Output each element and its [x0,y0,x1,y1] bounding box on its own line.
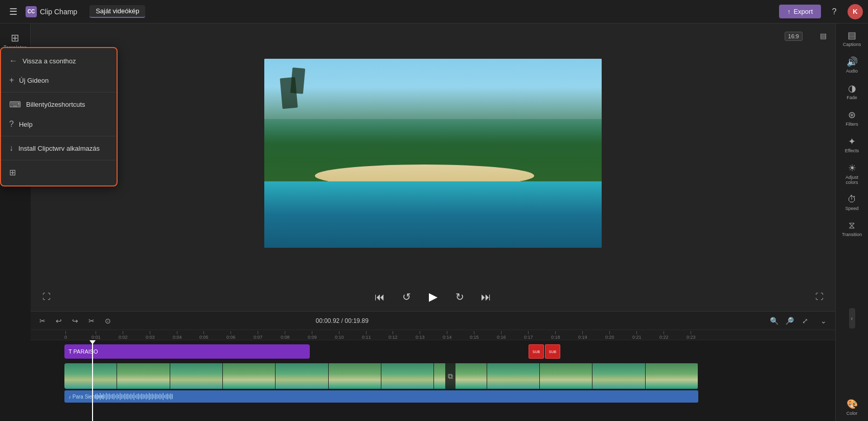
undo-icon: ↩ [56,317,62,325]
dropdown-install[interactable]: ↓ Install Clipctwrv alkalmazás [1,138,117,158]
sidebar-item-speed[interactable]: ⏱ Speed [837,190,867,215]
aspect-ratio-button[interactable]: 16:9 [785,32,803,41]
waveform-bar [152,393,153,400]
zoom-in-button[interactable]: 🔎 [783,314,796,328]
step-back-button[interactable]: ↺ [397,288,416,306]
avatar-button[interactable]: K [848,4,863,19]
video-thumb-8 [434,363,487,389]
waveform-bar [150,394,151,399]
play-button[interactable]: ▶ [424,288,442,306]
redo-button[interactable]: ↪ [68,314,82,328]
ruler-mark: 0:01 [92,331,101,340]
subtitle-clip-label: SUB [549,350,556,354]
subtitle-clip-2[interactable]: SUB [545,344,560,359]
zoom-out-icon: 🔍 [770,317,779,325]
filters-label: Filters [846,122,858,127]
waveform-bar [126,394,127,399]
save-button[interactable]: ⊙ [101,314,115,328]
cut-marker: ⧉ [445,363,455,389]
topbar-left: ☰ CC Clip Champ Saját videókép [5,4,145,20]
video-thumb-2 [117,363,170,389]
adjust-colors-icon: ☀ [848,162,856,174]
ruler-mark: 0:21 [632,331,642,340]
dropdown-divider [1,92,117,92]
video-thumb-9 [487,363,540,389]
audio-clip[interactable]: ♪ Para Siempre [64,390,698,403]
fullscreen-icon: ⛶ [815,292,824,301]
video-content [264,59,602,248]
waveform-bar [172,394,173,399]
save-icon: ⊙ [105,317,111,325]
captions-icon: ▤ [848,30,856,41]
redo-icon: ↪ [72,317,78,325]
dropdown-shortcuts-label: Billentyűzeshortcuts [26,101,85,108]
step-forward-icon: ↻ [455,291,464,303]
dropdown-new[interactable]: + Új Gideon [1,71,117,90]
ruler-mark: 0:05 [199,331,209,340]
waveform-bar [140,394,141,399]
speed-label: Speed [845,206,858,211]
dropdown-shortcuts[interactable]: ⌨ Billentyűzeshortcuts [1,95,117,114]
ruler-mark: 0:03 [146,331,155,340]
skip-forward-button[interactable]: ⏭ [477,288,495,306]
waveform-bar [158,394,159,398]
timeline-collapse-button[interactable]: ⌄ [817,314,830,328]
water-layer [264,181,602,248]
crop-button[interactable]: ⛶ [39,289,54,305]
panel-collapse-handle[interactable]: ‹ [849,308,855,329]
topbar: ☰ CC Clip Champ Saját videókép ↑ Export … [0,0,868,24]
fullscreen-button[interactable]: ⛶ [812,289,827,305]
step-forward-button[interactable]: ↻ [450,288,469,306]
cut-button[interactable]: ✂ [85,314,98,328]
menu-button[interactable]: ☰ [5,4,21,20]
dropdown-help[interactable]: ? Help [1,114,117,134]
scissors-button[interactable]: ✂ [36,314,49,328]
waveform-bar [95,394,96,399]
sidebar-item-filters[interactable]: ⊛ Filters [837,105,867,131]
speed-icon: ⏱ [848,194,857,205]
waveform-bar [136,394,138,399]
sidebar-item-transition[interactable]: ⧖ Transition [837,216,867,241]
color-icon: 🎨 [847,399,858,410]
timeline-ruler: 0 0:01 0:02 0:03 0:04 0:05 0:06 0:07 0:0… [31,330,835,340]
fade-label: Fade [847,95,857,100]
main-area: ⊞ Templates T Text ⧉ Transitions ◈ Brand… [0,24,868,421]
dropdown-back[interactable]: ← Vissza a csonthoz [1,51,117,71]
help-icon: ? [832,7,837,16]
ruler-mark: 0:07 [254,331,263,340]
waveform-bar [103,393,104,399]
subtitle-clip-1[interactable]: SUB [529,344,544,359]
waveform-bar [170,393,171,400]
video-clip[interactable]: ⧉ [64,363,698,389]
hamburger-icon: ☰ [9,6,17,17]
zoom-out-button[interactable]: 🔍 [768,314,781,328]
export-button[interactable]: ↑ Export [779,5,821,18]
ruler-mark: 0:11 [362,331,371,340]
waveform-bar [115,395,116,398]
sidebar-item-effects[interactable]: ✦ Effects [837,132,867,157]
sidebar-item-audio[interactable]: 🔊 Audio [837,52,867,78]
fit-button[interactable]: ⤢ [798,314,812,328]
tab-my-video[interactable]: Saját videókép [89,5,145,18]
dropdown-help-label: Help [19,121,33,128]
sidebar-item-fade[interactable]: ◑ Fade [837,79,867,104]
sidebar-item-color[interactable]: 🎨 Color [837,394,867,420]
sidebar-item-captions[interactable]: ▤ Captions [837,26,867,51]
video-thumb-4 [223,363,276,389]
sidebar-item-adjust-colors[interactable]: ☀ Adjust colors [837,158,867,189]
captions-quick-btn[interactable]: ▤ [815,28,831,44]
subtitle-clips: SUB SUB [529,344,560,359]
help-button[interactable]: ? [826,4,842,20]
waveform-bar [132,394,133,399]
undo-button[interactable]: ↩ [52,314,65,328]
fit-icon: ⤢ [802,317,808,325]
skip-back-button[interactable]: ⏮ [371,288,389,306]
dropdown-extra[interactable]: ⊞ [1,162,117,182]
waveform-bar [166,394,167,399]
audio-icon: 🔊 [847,56,858,67]
text-clip[interactable]: T PARAISO SUB SUB [64,344,310,359]
subtitle-clip-label: SUB [533,350,540,354]
effects-label: Effects [845,148,859,153]
skip-back-icon: ⏮ [375,291,385,303]
waveform-bar [163,393,164,400]
